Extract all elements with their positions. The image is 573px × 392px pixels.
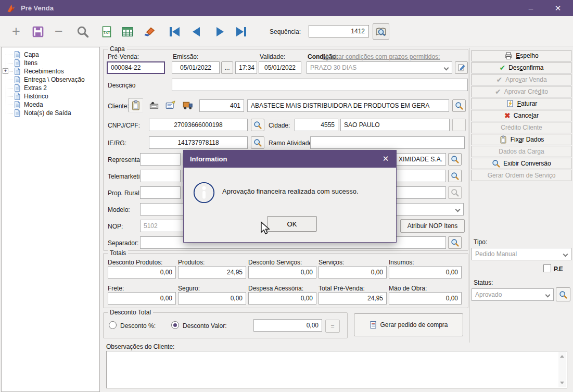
emissao-date-field[interactable]: 05/01/2022 — [172, 61, 220, 74]
total-pre-venda-field[interactable]: 24,95 — [319, 292, 387, 305]
sequence-input[interactable]: 1412 — [309, 25, 369, 37]
cliente-code-field[interactable]: 401 — [199, 99, 244, 112]
close-button[interactable]: ✕ — [546, 0, 570, 16]
export-txt-button[interactable] — [100, 25, 113, 39]
equals-button[interactable]: = — [325, 320, 340, 333]
ramo-atividade-field[interactable] — [310, 136, 465, 149]
clear-button[interactable] — [143, 25, 156, 39]
sequence-label: Sequência: — [270, 28, 301, 35]
nav-first-button[interactable] — [167, 27, 182, 37]
cidade-name-field[interactable]: SAO PAULO — [340, 119, 450, 131]
produtos-field[interactable]: 24,95 — [178, 266, 246, 279]
window-title: Pré Venda — [21, 4, 54, 12]
cliente-truck-button[interactable] — [181, 98, 195, 112]
desconto-produtos-field[interactable]: 0,00 — [108, 266, 176, 279]
observacoes-textarea[interactable] — [106, 351, 567, 388]
sequence-lookup-button[interactable] — [373, 23, 389, 40]
emissao-more-button[interactable]: ... — [221, 61, 233, 74]
emissao-time-field[interactable]: 17:34 — [235, 61, 257, 74]
frete-field[interactable]: 0,00 — [108, 292, 176, 305]
save-icon — [32, 26, 44, 38]
magnifier-edit-icon — [451, 172, 459, 180]
truck-icon — [183, 100, 193, 110]
tree-item-extras-2[interactable]: Extras 2 — [13, 84, 47, 92]
separador-label: Separador: — [108, 239, 138, 247]
condicao-edit-button[interactable] — [455, 61, 468, 74]
representante-search-button[interactable] — [448, 153, 462, 166]
cnpj-field[interactable]: 27093666000198 — [149, 119, 248, 131]
pre-venda-field[interactable]: 000084-22 — [107, 61, 165, 74]
desconto-percent-label: Desconto %: — [120, 322, 156, 330]
desconfirma-button[interactable]: ✔Desconfirma — [472, 62, 571, 73]
dialog-titlebar: Information — [184, 150, 396, 168]
ie-search-button[interactable] — [251, 136, 264, 149]
search-button[interactable] — [76, 25, 90, 39]
espelho-button[interactable]: Espelho — [472, 50, 571, 61]
representante-code-field[interactable] — [140, 153, 181, 166]
desconto-valor-radio[interactable] — [171, 321, 179, 329]
exibir-conversao-button[interactable]: Exibir Conversão — [472, 158, 571, 169]
save-button[interactable] — [31, 25, 45, 39]
tree-item-moeda[interactable]: Moeda — [13, 100, 43, 109]
despesa-acessoria-field[interactable]: 0,00 — [248, 292, 316, 305]
pe-checkbox[interactable] — [543, 264, 551, 272]
tree-item-notas-de-saida[interactable]: Nota(s) de Saída — [13, 109, 71, 117]
vertical-scrollbar[interactable] — [558, 352, 566, 387]
check-gray-icon: ✔ — [496, 75, 502, 84]
desconto-percent-radio[interactable] — [109, 321, 117, 329]
dialog-close-button[interactable]: ✕ — [378, 153, 393, 165]
cidade-code-field[interactable]: 4555 — [295, 119, 338, 131]
condicao-link[interactable]: Mostrar condições com prazos permitidos: — [323, 53, 440, 60]
ok-button[interactable]: OK — [267, 216, 317, 232]
status-combo[interactable]: Aprovado — [472, 288, 554, 301]
servicos-field[interactable]: 0,00 — [319, 266, 387, 279]
aprovar-credito-button: ✔Aprovar Crédito — [472, 86, 571, 97]
cliente-name-field[interactable]: ABASTECE MAIS DISTRIBUIDORA DE PRODUTOS … — [247, 99, 449, 112]
nav-next-button[interactable] — [214, 27, 226, 37]
cliente-new-button[interactable] — [129, 98, 143, 112]
condicao-combo[interactable]: PRAZO 30 DIAS — [307, 61, 452, 74]
tipo-combo[interactable]: Pedido Manual — [472, 248, 571, 260]
cliente-search-button[interactable] — [452, 99, 466, 112]
gerar-pedido-compra-button[interactable]: Gerar pedido de compra — [354, 313, 463, 336]
validade-field[interactable]: 05/01/2022 — [259, 61, 301, 74]
atribuir-nop-itens-button[interactable]: Atribuir NOP Itens — [400, 219, 465, 233]
seguro-field[interactable]: 0,00 — [178, 292, 246, 305]
add-record-button[interactable]: + — [9, 24, 23, 38]
delete-record-button[interactable]: − — [52, 24, 66, 38]
tree-item-entrega-observacao[interactable]: Entrega \ Observação — [13, 75, 85, 84]
nav-last-button[interactable] — [233, 27, 249, 37]
cliente-fax-button[interactable] — [147, 99, 161, 111]
separador-search-button[interactable] — [448, 236, 462, 249]
prop-rural-code-field[interactable] — [140, 186, 181, 199]
cnpj-search-button[interactable] — [251, 119, 264, 131]
pre-venda-label: Pré-Venda: — [108, 53, 139, 60]
cancelar-button[interactable]: ✖Cancelar — [472, 110, 571, 121]
descricao-field[interactable] — [172, 79, 468, 91]
frete-label: Frete: — [108, 285, 124, 292]
grid-view-button[interactable] — [121, 25, 134, 39]
totais-groupbox: Totais Desconto Produtos: Produtos: Desc… — [103, 253, 468, 308]
desconto-servicos-field[interactable]: 0,00 — [248, 266, 316, 279]
fixar-dados-button[interactable]: Fixar Dados — [472, 134, 571, 145]
nav-prev-icon — [193, 27, 200, 36]
chevron-down-icon — [455, 207, 461, 212]
tree-item-itens[interactable]: Itens — [13, 59, 37, 67]
desconto-valor-field[interactable]: 0,00 — [253, 319, 322, 332]
insumos-field[interactable]: 0,00 — [389, 266, 462, 279]
nav-prev-button[interactable] — [190, 27, 202, 37]
telemarketing-search-button[interactable] — [448, 170, 462, 182]
mao-de-obra-label: Mão de Obra: — [389, 285, 427, 292]
tree-item-capa[interactable]: Capa — [13, 50, 39, 59]
tree-item-historico[interactable]: Histórico — [13, 92, 48, 100]
tree-item-recebimentos[interactable]: Recebimentos — [13, 67, 64, 75]
ie-rg-field[interactable]: 141737978118 — [149, 136, 248, 149]
scroll-up-icon[interactable] — [560, 355, 564, 358]
cliente-edit-register-button[interactable] — [164, 99, 177, 111]
minimize-button[interactable]: – — [519, 0, 543, 16]
status-search-button[interactable] — [556, 287, 570, 301]
faturar-button[interactable]: Faturar — [472, 98, 571, 109]
scroll-down-icon[interactable] — [560, 382, 564, 384]
telemarketing-code-field[interactable] — [140, 170, 181, 182]
mao-de-obra-field[interactable]: 0,00 — [389, 292, 462, 305]
